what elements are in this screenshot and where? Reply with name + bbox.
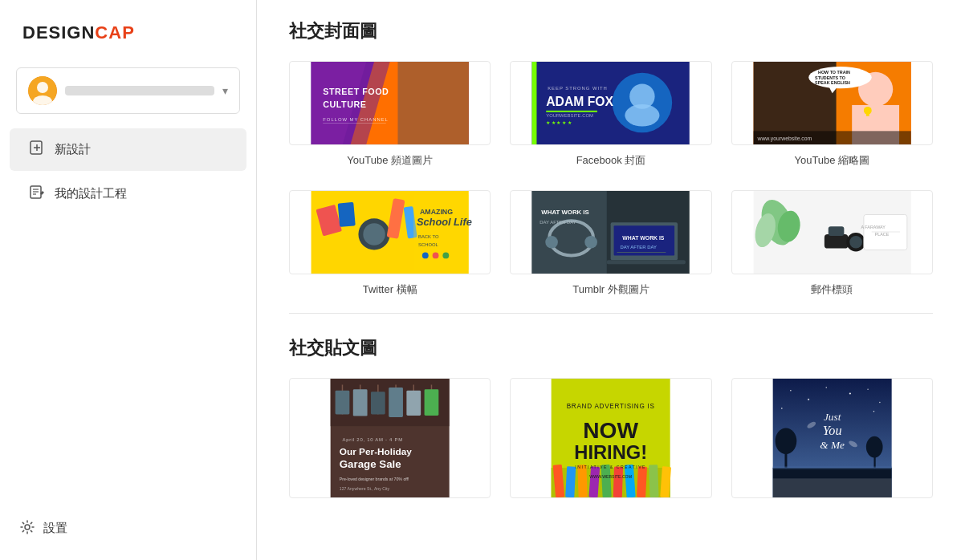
just-you-thumb: Just You & Me (731, 378, 933, 498)
svg-text:A FARAWAY: A FARAWAY (861, 225, 886, 229)
user-name-blurred (65, 86, 214, 95)
svg-point-123 (790, 390, 791, 391)
my-projects-label: 我的設計工程 (55, 186, 127, 201)
tumblr-label: Tumblr 外觀圖片 (572, 282, 649, 297)
svg-text:SPEAK ENGLISH: SPEAK ENGLISH (815, 80, 850, 85)
svg-text:AMAZING: AMAZING (420, 208, 453, 216)
template-tumblr[interactable]: WHAT WORK IS DAY AFTER DAY WHAT WORK IS … (510, 190, 711, 297)
main-content: 社交封面圖 STREET FOOD CULTURE (257, 0, 965, 560)
svg-point-81 (849, 236, 862, 249)
svg-text:FOLLOW MY CHANNEL: FOLLOW MY CHANNEL (323, 117, 389, 122)
svg-text:HIRING!: HIRING! (575, 442, 648, 463)
svg-text:www.yourwebsite.com: www.yourwebsite.com (756, 136, 812, 142)
template-just-you[interactable]: Just You & Me (731, 378, 933, 498)
user-profile-dropdown[interactable]: ▾ (16, 67, 240, 114)
svg-text:Pre-loved designer brands at 7: Pre-loved designer brands at 70% off! (340, 477, 409, 481)
avatar (28, 76, 57, 105)
template-facebook-cover[interactable]: KEEP STRONG WITH ADAM FOX YOURWEBSITE.CO… (510, 61, 711, 168)
section1-title: 社交封面圖 (289, 19, 933, 43)
section2-title: 社交貼文圖 (289, 336, 933, 360)
svg-text:& Me: & Me (820, 439, 845, 451)
settings-item[interactable]: 設置 (19, 519, 237, 538)
avatar-icon (28, 76, 57, 105)
template-youtube-thumbnail[interactable]: HOW TO TRAIN STUDENTS TO SPEAK ENGLISH w… (731, 61, 933, 168)
my-projects-icon (29, 184, 45, 204)
svg-rect-96 (371, 392, 385, 414)
svg-point-64 (546, 236, 559, 249)
svg-text:DAY AFTER DAY: DAY AFTER DAY (621, 245, 657, 250)
svg-text:PLACE: PLACE (874, 232, 889, 237)
facebook-thumb: KEEP STRONG WITH ADAM FOX YOURWEBSITE.CO… (510, 61, 711, 145)
settings-icon (19, 519, 35, 538)
svg-point-42 (864, 107, 872, 115)
tumblr-thumb: WHAT WORK IS DAY AFTER DAY WHAT WORK IS … (510, 190, 711, 274)
sidebar-nav: 新設計 我的設計工程 (0, 127, 256, 217)
svg-text:YOURWEBSITE.COM: YOURWEBSITE.COM (547, 113, 594, 118)
template-email-header[interactable]: A FARAWAY PLACE 郵件標頭 (731, 190, 933, 297)
svg-text:STREET FOOD: STREET FOOD (323, 87, 389, 96)
svg-text:HOW TO TRAIN: HOW TO TRAIN (818, 70, 850, 75)
sidebar-bottom: 設置 (0, 503, 256, 560)
svg-rect-78 (825, 234, 848, 249)
sidebar: DESIGNCAP ▾ 新設計 (0, 0, 257, 560)
svg-text:INITIATIVE & CREATIVE: INITIATIVE & CREATIVE (576, 465, 647, 469)
youtube-channel-label: YouTube 頻道圖片 (347, 153, 433, 168)
svg-text:Just: Just (824, 411, 841, 423)
svg-text:STUDENTS TO: STUDENTS TO (815, 75, 845, 80)
svg-point-135 (866, 436, 883, 458)
svg-text:Our Per-Holiday: Our Per-Holiday (340, 446, 412, 457)
svg-point-127 (867, 389, 868, 390)
svg-rect-98 (406, 391, 421, 416)
svg-text:April 20, 10 AM - 4 PM: April 20, 10 AM - 4 PM (342, 437, 402, 442)
sidebar-item-my-projects[interactable]: 我的設計工程 (10, 172, 246, 215)
svg-text:DAY AFTER DAY: DAY AFTER DAY (540, 220, 576, 225)
svg-rect-142 (772, 478, 891, 497)
svg-rect-43 (866, 114, 869, 116)
template-now-hiring[interactable]: BRAND ADVERTISING IS NOW HIRING! INITIAT… (510, 378, 711, 498)
svg-text:NOW: NOW (584, 418, 639, 443)
settings-label: 設置 (43, 521, 67, 536)
youtube-channel-thumb: STREET FOOD CULTURE FOLLOW MY CHANNEL (289, 61, 491, 145)
logo-area: DESIGNCAP (0, 0, 256, 59)
svg-rect-136 (772, 467, 891, 469)
sidebar-item-new-design[interactable]: 新設計 (10, 128, 246, 171)
svg-text:BACK TO: BACK TO (418, 234, 439, 239)
template-youtube-channel[interactable]: STREET FOOD CULTURE FOLLOW MY CHANNEL Yo… (289, 61, 491, 168)
youtube-thumbnail-label: YouTube 縮略圖 (794, 153, 869, 168)
svg-point-125 (825, 387, 826, 388)
now-hiring-thumb: BRAND ADVERTISING IS NOW HIRING! INITIAT… (510, 378, 711, 498)
svg-rect-30 (547, 111, 598, 112)
svg-point-130 (873, 411, 873, 412)
svg-rect-48 (338, 202, 356, 227)
youtube-thumb-thumb: HOW TO TRAIN STUDENTS TO SPEAK ENGLISH w… (731, 61, 933, 145)
social-cover-grid: STREET FOOD CULTURE FOLLOW MY CHANNEL Yo… (289, 61, 933, 297)
app-logo: DESIGNCAP (22, 22, 234, 43)
svg-rect-97 (389, 388, 403, 417)
svg-point-124 (808, 399, 809, 400)
logo-design-text: DESIGN (22, 22, 95, 43)
svg-point-1 (37, 82, 48, 93)
logo-cap-text: CAP (95, 22, 134, 43)
svg-rect-112 (613, 466, 623, 497)
svg-text:BRAND ADVERTISING IS: BRAND ADVERTISING IS (567, 403, 655, 410)
new-design-icon (29, 140, 45, 160)
svg-point-129 (781, 408, 783, 409)
svg-point-59 (433, 253, 439, 259)
svg-point-50 (363, 223, 385, 245)
avatar-image (28, 76, 57, 105)
svg-text:WHAT WORK IS: WHAT WORK IS (542, 209, 589, 216)
svg-point-60 (442, 253, 449, 259)
new-design-label: 新設計 (55, 142, 91, 157)
svg-rect-79 (828, 226, 844, 236)
svg-rect-95 (353, 389, 368, 416)
svg-point-58 (422, 253, 429, 259)
svg-text:★ ★ ★ ★ ★: ★ ★ ★ ★ ★ (547, 120, 572, 125)
facebook-label: Facebook 封面 (576, 153, 646, 168)
svg-point-65 (585, 236, 598, 249)
svg-rect-68 (607, 260, 686, 264)
svg-rect-14 (397, 62, 468, 144)
svg-point-126 (849, 392, 850, 394)
template-twitter-banner[interactable]: AMAZING School Life BACK TO SCHOOL Twitt… (289, 190, 491, 297)
svg-point-128 (879, 402, 880, 403)
template-garage-sale[interactable]: April 20, 10 AM - 4 PM Our Per-Holiday G… (289, 378, 491, 498)
